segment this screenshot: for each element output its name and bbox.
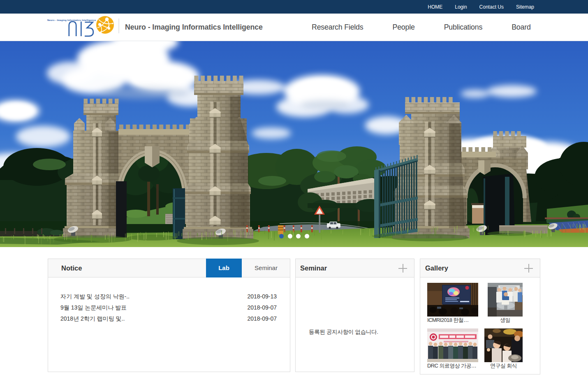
svg-text:Neuro - Imaging Informatics In: Neuro - Imaging Informatics Intelligence	[47, 19, 96, 21]
